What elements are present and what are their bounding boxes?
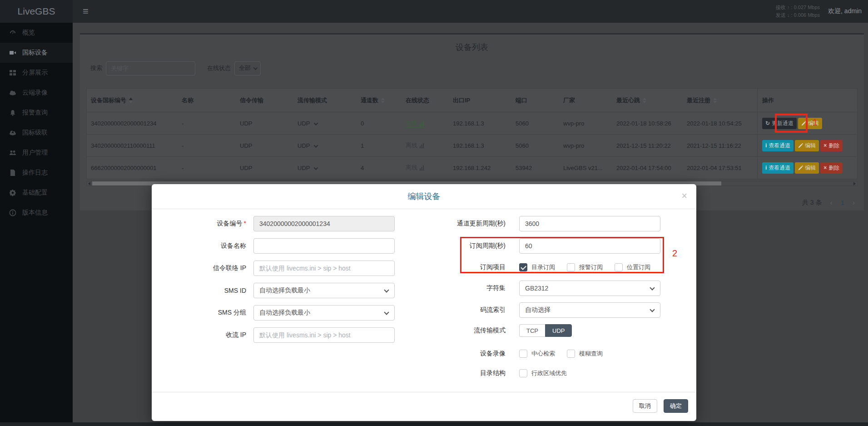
sidebar: LiveGBS 概览 国标设备 分屏展示 云端录像 报警查询 国标级联 用户管理 [0,0,73,426]
tcp-toggle-button[interactable]: TCP [519,324,545,337]
prev-page-icon[interactable]: ‹ [830,199,833,207]
bottom-strip [0,422,868,426]
sidebar-item-operation-log[interactable]: 操作日志 [0,163,73,183]
recv-value: 0.027 Mbps [794,5,820,10]
sms-id-select[interactable]: 自动选择负载最小 [253,283,395,298]
device-id-label: 设备编号* [160,220,246,228]
info-circle-icon [9,209,16,216]
form-row-sip-ip: 信令联络 IP [160,261,395,276]
col-device-id[interactable]: 设备国标编号 [87,96,182,105]
cell-name: - [182,120,240,127]
delete-device-button[interactable]: ×删除 [820,162,843,174]
device-table: 设备国标编号 名称 信令传输 流传输模式 通道数 在线状态 出口IP 端口 厂家… [86,88,858,179]
checkbox-icon[interactable] [567,350,575,358]
cell-device-id: 66620000002000000001 [87,165,182,171]
view-channels-button[interactable]: i查看通道 [762,140,794,151]
scroll-left-arrow-icon[interactable] [88,182,90,185]
sidebar-item-cloud-record[interactable]: 云端录像 [0,83,73,103]
checkbox-icon[interactable] [519,350,527,358]
network-stats: 接收 ↑ : 0.027 Mbps 发送 ↓ : 0.006 Mbps [776,4,820,19]
sip-contact-ip-field[interactable] [253,261,395,276]
online-status-select[interactable]: 全部 [234,61,261,75]
hamburger-icon[interactable]: ≡ [73,0,99,23]
device-name-field[interactable] [253,238,395,254]
edit-device-button[interactable]: 编辑 [795,162,819,174]
modal-header: 编辑设备 × [152,184,696,209]
sidebar-item-label: 分屏展示 [22,69,48,77]
cell-port: 53942 [516,165,563,171]
stream-recv-ip-field[interactable] [253,327,395,343]
search-input[interactable] [106,61,195,75]
current-page[interactable]: 1 [841,199,844,206]
cell-stream-mode[interactable]: UDP [298,165,361,171]
scroll-right-arrow-icon[interactable] [853,182,856,185]
delete-device-button[interactable]: ×删除 [820,140,843,151]
bar-chart-icon [419,165,425,170]
sidebar-item-overview[interactable]: 概览 [0,23,73,43]
col-vendor: 厂家 [563,96,616,105]
cell-vendor: wvp-pro [563,142,616,149]
sidebar-item-gb-cascade[interactable]: 国标级联 [0,123,73,143]
channel-refresh-field[interactable] [519,216,660,231]
sms-group-select[interactable]: 自动选择负载最小 [253,305,395,321]
stream-index-label: 码流索引 [428,306,506,314]
cell-vendor: wvp-pro [563,120,616,127]
fuzzy-query-checkbox[interactable]: 模糊查询 [567,350,603,358]
send-label: 发送 ↓ : [776,12,793,18]
center-search-checkbox[interactable]: 中心检索 [519,350,555,358]
cell-stream-mode[interactable]: UDP [298,142,361,149]
cell-stream-mode[interactable]: UDP [298,120,361,127]
annotation-number-1: 1 [813,117,818,128]
col-registered[interactable]: 最近注册 [687,96,757,105]
sort-icon[interactable] [129,98,133,103]
sort-icon[interactable] [381,98,385,103]
confirm-button[interactable]: 确定 [664,399,688,413]
cell-name: - [182,142,240,149]
checkbox-icon[interactable] [519,369,527,377]
annotation-box-1 [775,114,808,133]
close-icon[interactable]: × [681,184,687,208]
device-name-label: 设备名称 [160,242,246,250]
sidebar-item-basic-config[interactable]: 基础配置 [0,183,73,203]
info-icon: i [765,165,767,171]
topbar: ≡ 接收 ↑ : 0.027 Mbps 发送 ↓ : 0.006 Mbps 欢迎… [73,0,868,23]
welcome-user[interactable]: 欢迎, admin [828,7,862,15]
stream-mode-label: 流传输模式 [428,326,506,335]
cell-heartbeat: 2021-12-15 11:20:22 [616,142,687,149]
bar-chart-icon [419,120,425,126]
cell-heartbeat: 2022-01-18 10:58:26 [616,120,687,127]
cell-online-status: 离线 [406,164,453,172]
admin-region-priority-checkbox[interactable]: 行政区域优先 [519,369,567,377]
stream-index-select[interactable]: 自动选择 [519,302,660,318]
cell-ip: 192.168.1.3 [453,120,516,127]
col-channels[interactable]: 通道数 [361,96,406,105]
sidebar-item-version-info[interactable]: 版本信息 [0,203,73,223]
col-heartbeat[interactable]: 最近心跳 [616,96,687,105]
cell-online-status[interactable]: 在线 [406,119,453,128]
sms-group-label: SMS 分组 [160,309,246,317]
view-channels-button[interactable]: i查看通道 [762,162,794,174]
sip-contact-ip-label: 信令联络 IP [160,264,246,272]
sidebar-item-gb-devices[interactable]: 国标设备 [0,43,73,63]
sidebar-item-user-management[interactable]: 用户管理 [0,143,73,163]
cell-registered: 2022-01-18 10:54:25 [687,120,757,127]
udp-toggle-button[interactable]: UDP [545,324,572,337]
edit-device-button[interactable]: 编辑 [795,140,819,151]
cancel-button[interactable]: 取消 [633,399,657,413]
sort-icon[interactable] [643,98,646,103]
sort-icon[interactable] [713,98,717,103]
annotation-number-2: 2 [672,248,677,259]
sidebar-item-split-screen[interactable]: 分屏展示 [0,63,73,83]
next-page-icon[interactable]: › [853,199,855,207]
form-row-dir-structure: 目录结构 行政区域优先 [428,368,579,378]
sidebar-item-alarm-query[interactable]: 报警查询 [0,103,73,123]
chevron-down-icon [650,285,655,290]
device-id-field [253,216,395,231]
cell-signal: UDP [240,120,298,127]
sidebar-item-label: 用户管理 [22,149,48,157]
cell-channels: 1 [361,142,406,149]
dir-structure-label: 目录结构 [428,369,506,377]
charset-select[interactable]: GB2312 [519,281,660,296]
sidebar-item-label: 操作日志 [22,169,48,177]
cell-port: 5060 [516,120,563,127]
